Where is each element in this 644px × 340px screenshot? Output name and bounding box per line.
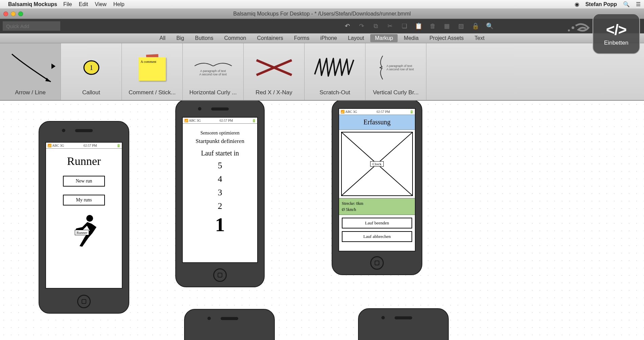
ungroup-icon[interactable]: ▨ xyxy=(458,23,465,29)
redo-icon[interactable]: ↷ xyxy=(358,23,365,29)
sticky-preview-icon: A comment xyxy=(139,54,166,81)
lib-callout[interactable]: 1 Callout xyxy=(61,43,122,100)
startpoint-label: Startpunkt definieren xyxy=(183,138,257,145)
red-x-preview-icon xyxy=(254,57,294,78)
list-icon[interactable]: ☰ xyxy=(636,1,641,7)
lib-vertical-curly[interactable]: A paragraph of text A second row of text… xyxy=(365,43,426,100)
menu-help[interactable]: Help xyxy=(113,1,125,7)
home-button[interactable] xyxy=(213,268,227,282)
status-bar: 📶 ABC 3G 02:57 PM 🔋 xyxy=(339,109,415,115)
mockup-phone-3[interactable]: 📶 ABC 3G 02:57 PM 🔋 Erfassung Clock Stre… xyxy=(332,101,422,275)
embed-label: Einbetten xyxy=(604,40,628,46)
lib-label: Comment / Stick... xyxy=(129,89,176,96)
delete-icon[interactable]: 🗑 xyxy=(429,23,436,29)
mockup-phone-4[interactable] xyxy=(184,309,275,340)
cat-markup[interactable]: Markup xyxy=(370,34,398,42)
svg-point-11 xyxy=(568,29,570,31)
status-bar: 📶 ABC 3G 02:57 PM 🔋 xyxy=(46,143,122,149)
group-icon[interactable]: ▦ xyxy=(444,23,450,29)
end-run-button[interactable]: Lauf beenden xyxy=(342,218,412,228)
duplicate-icon[interactable]: ❏ xyxy=(401,23,408,29)
cat-common[interactable]: Common xyxy=(220,34,251,42)
app-title: Runner xyxy=(46,149,122,176)
arrow-line-preview-icon xyxy=(7,51,54,84)
mac-menubar: Balsamiq Mockups File Edit View Help ◉ S… xyxy=(0,0,644,9)
zoom-window-button[interactable] xyxy=(18,11,23,16)
lib-label: Arrow / Line xyxy=(15,89,46,96)
toolbar-icons: ↶ ↷ ⧉ ✂ ❏ 📋 🗑 ▦ ▨ 🔒 🔍 xyxy=(344,23,493,29)
canvas[interactable]: 📶 ABC 3G 02:57 PM 🔋 Runner New run My ru… xyxy=(0,101,644,340)
close-window-button[interactable] xyxy=(3,11,8,16)
mockup-phone-1[interactable]: 📶 ABC 3G 02:57 PM 🔋 Runner New run My ru… xyxy=(39,121,129,314)
lib-arrow-line[interactable]: Arrow / Line xyxy=(0,43,61,100)
my-runs-button[interactable]: My runs xyxy=(63,195,105,205)
lib-label: Callout xyxy=(82,89,100,96)
countdown-label: Lauf startet in xyxy=(183,149,257,157)
menu-file[interactable]: File xyxy=(63,1,72,7)
lib-label: Scratch-Out xyxy=(319,89,350,96)
balsamiq-logo-icon xyxy=(566,23,590,33)
v-curly-preview-icon: A paragraph of text A second row of text xyxy=(378,54,414,81)
paste-icon[interactable]: 📋 xyxy=(415,23,422,29)
undo-icon[interactable]: ↶ xyxy=(344,23,351,29)
scratch-out-preview-icon xyxy=(311,56,359,79)
category-bar: All Big Buttons Common Containers Forms … xyxy=(0,33,644,43)
svg-point-12 xyxy=(572,26,574,29)
cat-iphone[interactable]: iPhone xyxy=(315,34,342,42)
window-titlebar: Balsamiq Mockups For Desktop - * /Users/… xyxy=(0,9,644,19)
status-bar: 📶 ABC 3G 02:57 PM 🔋 xyxy=(183,118,257,124)
cat-layout[interactable]: Layout xyxy=(343,34,369,42)
minimize-window-button[interactable] xyxy=(11,11,16,16)
cat-containers[interactable]: Containers xyxy=(252,34,288,42)
cat-all[interactable]: All xyxy=(155,34,170,42)
lib-label: Horizontal Curly ... xyxy=(190,89,237,96)
mockup-phone-5[interactable] xyxy=(358,308,449,340)
cat-text[interactable]: Text xyxy=(470,34,489,42)
cat-forms[interactable]: Forms xyxy=(289,34,314,42)
copy-icon[interactable]: ⧉ xyxy=(373,23,379,29)
home-button[interactable] xyxy=(77,295,91,308)
embed-code-icon: </> xyxy=(606,21,627,38)
embed-badge[interactable]: </> Einbetten xyxy=(593,14,640,54)
distance-stat: Strecke: 0km xyxy=(342,200,412,207)
countdown-list: 5 4 3 2 1 xyxy=(183,161,257,236)
cancel-run-button[interactable]: Lauf abbrechen xyxy=(342,231,412,242)
lib-comment-sticky[interactable]: A comment Comment / Stick... xyxy=(122,43,183,100)
svg-text:1: 1 xyxy=(90,64,93,71)
runner-icon: Runner xyxy=(69,214,99,247)
record-icon[interactable]: ◉ xyxy=(575,1,579,7)
mockup-phone-2[interactable]: 📶 ABC 3G 02:57 PM 🔋 Sensoren optimieren … xyxy=(175,101,265,287)
run-stats: Strecke: 0km Ø 5km/h xyxy=(339,198,415,215)
new-run-button[interactable]: New run xyxy=(63,176,105,187)
lib-label: Vertical Curly Br... xyxy=(373,89,419,96)
cat-project-assets[interactable]: Project Assets xyxy=(425,34,468,42)
lib-label: Red X / X-Nay xyxy=(256,89,292,96)
runner-icon-label: Runner xyxy=(75,230,89,235)
cat-big[interactable]: Big xyxy=(172,34,189,42)
traffic-lights xyxy=(3,11,23,16)
quick-add-input[interactable] xyxy=(3,21,60,31)
search-icon[interactable]: 🔍 xyxy=(486,23,493,29)
lib-red-x[interactable]: Red X / X-Nay xyxy=(244,43,305,100)
capture-header: Erfassung xyxy=(339,115,415,130)
cut-icon[interactable]: ✂ xyxy=(387,23,394,29)
menu-view[interactable]: View xyxy=(95,1,106,7)
cat-media[interactable]: Media xyxy=(399,34,423,42)
user-name[interactable]: Stefan Popp xyxy=(585,1,617,7)
home-button[interactable] xyxy=(370,256,384,270)
lib-scratch-out[interactable]: Scratch-Out xyxy=(305,43,365,100)
clock-image-placeholder: Clock xyxy=(341,132,413,196)
app-name[interactable]: Balsamiq Mockups xyxy=(8,1,57,7)
ui-library: Arrow / Line 1 Callout A comment Comment… xyxy=(0,43,644,101)
menu-edit[interactable]: Edit xyxy=(79,1,88,7)
lock-icon[interactable]: 🔒 xyxy=(472,23,479,29)
sensors-label: Sensoren optimieren xyxy=(183,130,257,136)
speed-stat: Ø 5km/h xyxy=(342,207,412,213)
h-curly-preview-icon: A paragraph of text A second row of text xyxy=(193,59,234,76)
svg-point-6 xyxy=(86,215,93,222)
window-title: Balsamiq Mockups For Desktop - * /Users/… xyxy=(233,11,411,17)
lib-horizontal-curly[interactable]: A paragraph of text A second row of text… xyxy=(183,43,244,100)
spotlight-icon[interactable]: 🔍 xyxy=(623,1,630,7)
cat-buttons[interactable]: Buttons xyxy=(190,34,218,42)
main-toolbar: ↶ ↷ ⧉ ✂ ❏ 📋 🗑 ▦ ▨ 🔒 🔍 xyxy=(0,19,644,33)
